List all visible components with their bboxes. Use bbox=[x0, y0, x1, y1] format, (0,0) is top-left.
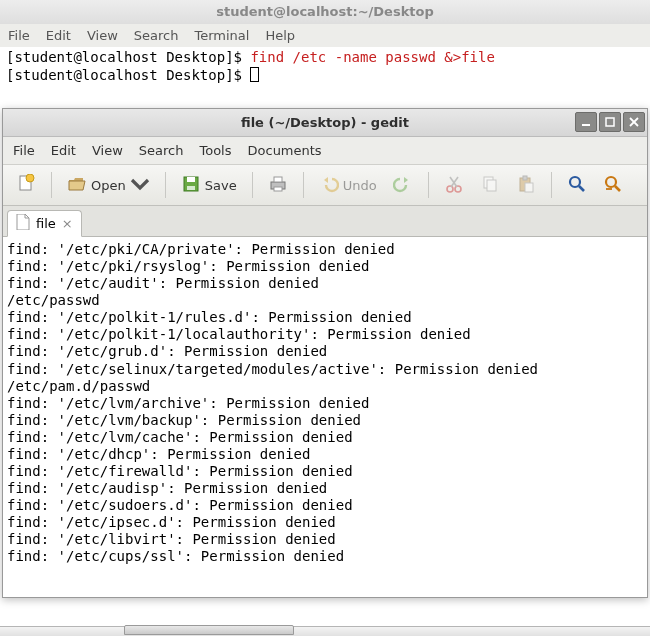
gedit-menu-edit[interactable]: Edit bbox=[51, 143, 76, 158]
taskbar bbox=[0, 626, 650, 636]
copy-icon bbox=[480, 174, 500, 197]
gedit-menu-view[interactable]: View bbox=[92, 143, 123, 158]
gedit-menubar: File Edit View Search Tools Documents bbox=[3, 137, 647, 164]
new-document-button[interactable] bbox=[11, 171, 41, 199]
separator bbox=[165, 172, 166, 198]
separator bbox=[551, 172, 552, 198]
terminal-menubar: File Edit View Search Terminal Help bbox=[0, 24, 650, 47]
gedit-title: file (~/Desktop) - gedit bbox=[3, 115, 647, 130]
svg-point-13 bbox=[455, 186, 461, 192]
find-button[interactable] bbox=[562, 171, 592, 199]
terminal-menu-search[interactable]: Search bbox=[134, 28, 179, 43]
window-buttons bbox=[575, 112, 645, 132]
new-document-icon bbox=[16, 174, 36, 197]
separator bbox=[428, 172, 429, 198]
taskbar-item[interactable] bbox=[124, 625, 294, 635]
print-button[interactable] bbox=[263, 171, 293, 199]
save-label: Save bbox=[205, 178, 237, 193]
separator bbox=[51, 172, 52, 198]
redo-button[interactable] bbox=[388, 171, 418, 199]
print-icon bbox=[268, 174, 288, 197]
terminal-prompt-2: [student@localhost Desktop]$ bbox=[6, 67, 250, 83]
terminal-titlebar: student@localhost:~/Desktop bbox=[0, 0, 650, 24]
cut-icon bbox=[444, 174, 464, 197]
terminal-title: student@localhost:~/Desktop bbox=[216, 4, 434, 19]
paste-button[interactable] bbox=[511, 171, 541, 199]
svg-line-24 bbox=[615, 186, 620, 191]
gedit-titlebar[interactable]: file (~/Desktop) - gedit bbox=[3, 109, 647, 137]
terminal-menu-file[interactable]: File bbox=[8, 28, 30, 43]
separator bbox=[303, 172, 304, 198]
terminal-window: student@localhost:~/Desktop File Edit Vi… bbox=[0, 0, 650, 107]
svg-rect-7 bbox=[187, 177, 195, 182]
svg-point-23 bbox=[606, 177, 616, 187]
terminal-cursor bbox=[250, 67, 259, 82]
svg-rect-11 bbox=[274, 187, 282, 191]
chevron-down-icon bbox=[130, 174, 150, 197]
terminal-menu-help[interactable]: Help bbox=[265, 28, 295, 43]
svg-rect-1 bbox=[606, 118, 614, 126]
svg-point-21 bbox=[570, 177, 580, 187]
terminal-menu-view[interactable]: View bbox=[87, 28, 118, 43]
gedit-toolbar: Open Save Undo bbox=[3, 164, 647, 206]
svg-line-22 bbox=[579, 186, 584, 191]
open-button[interactable]: Open bbox=[62, 171, 155, 199]
terminal-body[interactable]: [student@localhost Desktop]$ find /etc -… bbox=[0, 47, 650, 107]
paste-icon bbox=[516, 174, 536, 197]
maximize-button[interactable] bbox=[599, 112, 621, 132]
terminal-prompt-1: [student@localhost Desktop]$ bbox=[6, 49, 250, 65]
terminal-menu-terminal[interactable]: Terminal bbox=[194, 28, 249, 43]
gedit-menu-search[interactable]: Search bbox=[139, 143, 184, 158]
undo-button[interactable]: Undo bbox=[314, 171, 382, 199]
folder-open-icon bbox=[67, 174, 87, 197]
save-icon bbox=[181, 174, 201, 197]
undo-label: Undo bbox=[343, 178, 377, 193]
minimize-button[interactable] bbox=[575, 112, 597, 132]
terminal-menu-edit[interactable]: Edit bbox=[46, 28, 71, 43]
gedit-tab-file[interactable]: file × bbox=[7, 210, 82, 237]
svg-point-5 bbox=[26, 174, 34, 182]
redo-icon bbox=[393, 174, 413, 197]
find-replace-button[interactable] bbox=[598, 171, 628, 199]
svg-rect-10 bbox=[274, 177, 282, 182]
find-replace-icon bbox=[603, 174, 623, 197]
gedit-menu-documents[interactable]: Documents bbox=[248, 143, 322, 158]
gedit-menu-file[interactable]: File bbox=[13, 143, 35, 158]
separator bbox=[252, 172, 253, 198]
svg-rect-20 bbox=[525, 183, 533, 192]
gedit-editor[interactable]: find: '/etc/pki/CA/private': Permission … bbox=[3, 237, 647, 597]
svg-point-12 bbox=[447, 186, 453, 192]
document-icon bbox=[16, 214, 30, 233]
undo-icon bbox=[319, 174, 339, 197]
gedit-tab-label: file bbox=[36, 216, 56, 231]
gedit-tablist: file × bbox=[3, 206, 647, 237]
tab-close-icon[interactable]: × bbox=[62, 217, 73, 230]
svg-rect-8 bbox=[187, 186, 195, 190]
close-button[interactable] bbox=[623, 112, 645, 132]
terminal-command-1: find /etc -name passwd &>file bbox=[250, 49, 494, 65]
gedit-window: file (~/Desktop) - gedit File Edit View … bbox=[2, 108, 648, 598]
cut-button[interactable] bbox=[439, 171, 469, 199]
search-icon bbox=[567, 174, 587, 197]
svg-rect-17 bbox=[487, 180, 496, 191]
copy-button[interactable] bbox=[475, 171, 505, 199]
gedit-menu-tools[interactable]: Tools bbox=[199, 143, 231, 158]
save-button[interactable]: Save bbox=[176, 171, 242, 199]
svg-rect-19 bbox=[523, 176, 527, 180]
open-label: Open bbox=[91, 178, 126, 193]
